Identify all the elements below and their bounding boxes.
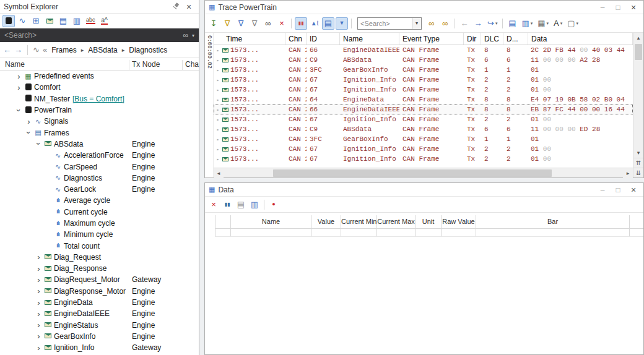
filter-add-button[interactable]: ∇ bbox=[221, 17, 233, 30]
chevron-right-icon[interactable]: › bbox=[15, 83, 23, 92]
tree-item-average-cycle[interactable]: ılıAverage cycle bbox=[0, 195, 199, 206]
column-header-time[interactable]: Time bbox=[214, 33, 285, 45]
column-header-name[interactable]: Name bbox=[231, 215, 311, 228]
breadcrumb-item-diagnostics[interactable]: Diagnostics bbox=[128, 45, 168, 55]
column-header-data-length[interactable]: D... bbox=[503, 33, 528, 45]
column-header-unit[interactable]: Unit bbox=[416, 215, 442, 228]
nav-forward-icon[interactable]: → bbox=[14, 45, 22, 54]
column-header-raw-value[interactable]: Raw Value bbox=[442, 215, 476, 228]
tree-item-carspeed[interactable]: ∿CarSpeedEngine bbox=[0, 161, 199, 172]
find-prev-button[interactable]: ∞ bbox=[439, 17, 451, 30]
find-icon[interactable]: ∞ bbox=[183, 31, 188, 40]
vertical-scrollbar[interactable]: ▴ ▾ ⇈ ⇊ bbox=[633, 33, 643, 178]
maximize-icon[interactable]: □ bbox=[612, 2, 624, 12]
chevron-right-icon[interactable]: › bbox=[25, 118, 33, 126]
tree-item-minimum-cycle[interactable]: ılıMinimum cycle bbox=[0, 229, 199, 240]
column-header-name[interactable]: Name bbox=[5, 60, 25, 69]
print-button[interactable]: ▤ bbox=[235, 199, 247, 211]
horizontal-scrollbar[interactable]: ◂ ▸ bbox=[214, 168, 633, 178]
superscript-button[interactable]: a^ bbox=[98, 15, 111, 27]
tree-item-predefined-events[interactable]: ›▦Predefined events bbox=[0, 71, 199, 82]
maximize-icon[interactable]: □ bbox=[612, 185, 624, 195]
tree-item-nm-tester[interactable]: NM_Tester[Bus = Comfort] bbox=[0, 93, 199, 105]
column-header-data[interactable]: Data bbox=[528, 33, 633, 45]
expander-icon[interactable]: ▸ bbox=[215, 48, 220, 53]
save-button[interactable]: ▥▾ bbox=[520, 17, 534, 30]
column-header-dir[interactable]: Dir bbox=[464, 33, 481, 45]
pause-button[interactable]: ▮▮ bbox=[295, 17, 307, 30]
tree-item-enginedata[interactable]: ›EngineDataEngine bbox=[0, 297, 199, 308]
paste-button[interactable]: ▥ bbox=[248, 199, 261, 211]
expander-icon[interactable]: ▸ bbox=[215, 137, 220, 142]
chevron-right-icon[interactable]: › bbox=[35, 265, 43, 273]
tree-item-total-count[interactable]: ılıTotal count bbox=[0, 240, 199, 251]
chevron-down-icon[interactable]: › bbox=[15, 106, 23, 114]
nav-back-icon[interactable]: ← bbox=[3, 45, 11, 54]
jump-up-icon[interactable]: ⇈ bbox=[633, 158, 643, 168]
expander-icon[interactable]: ▸ bbox=[215, 156, 220, 162]
column-header-dlc[interactable]: DLC bbox=[481, 33, 503, 45]
expander-icon[interactable]: ▸ bbox=[215, 97, 220, 103]
column-header-name[interactable]: Name bbox=[340, 33, 399, 45]
tree-item-absdata[interactable]: ›ABSdataEngine bbox=[0, 139, 199, 150]
column-header-event-type[interactable]: Event Type bbox=[399, 33, 464, 45]
pause-button[interactable]: ▮▮ bbox=[221, 199, 233, 211]
expander-icon[interactable]: ▸ bbox=[215, 147, 220, 152]
expander-icon[interactable]: ▸ bbox=[215, 107, 220, 113]
clear-button[interactable]: × bbox=[276, 17, 288, 30]
scroll-down-icon[interactable]: ▾ bbox=[633, 148, 643, 158]
linear-view-button[interactable]: ▤ bbox=[322, 17, 334, 30]
trace-row[interactable]: ▸1573...CAN 267Ignition_InfoCAN FrameTx2… bbox=[214, 114, 633, 124]
copy-button[interactable]: ▤ bbox=[57, 15, 69, 27]
tree-item-diag-request[interactable]: ›Diag_Request bbox=[0, 252, 199, 263]
column-header-bar[interactable]: Bar bbox=[476, 215, 630, 228]
chevron-right-icon[interactable]: › bbox=[35, 344, 43, 352]
tree-item-comfort[interactable]: ›Comfort bbox=[0, 82, 199, 93]
chevron-right-icon[interactable]: › bbox=[35, 332, 43, 340]
font-button[interactable]: A▾ bbox=[552, 17, 564, 30]
copy-button[interactable]: ▤ bbox=[506, 17, 518, 30]
scrollbar-thumb[interactable] bbox=[635, 44, 642, 60]
filter-remove-button[interactable]: ∇ bbox=[248, 17, 261, 30]
scrollbar-thumb[interactable] bbox=[273, 169, 552, 177]
tree-item-diag-response[interactable]: ›Diag_Response bbox=[0, 263, 199, 274]
multiplexer-button[interactable]: ⊞ bbox=[30, 15, 42, 27]
tree-item-enginedataieee[interactable]: ›EngineDataIEEEEngine bbox=[0, 308, 199, 319]
clear-button[interactable]: × bbox=[207, 199, 220, 211]
tree-item-gearboxinfo[interactable]: ›GearBoxInfoEngine bbox=[0, 331, 199, 342]
tree-item-diagnostics[interactable]: ∿DiagnosticsEngine bbox=[0, 173, 199, 184]
tree-item-current-cycle[interactable]: ılıCurrent cycle bbox=[0, 207, 199, 218]
trace-row[interactable]: ▸1573...CAN 2C9ABSdataCAN FrameTx6611 00… bbox=[214, 55, 633, 65]
scrollbar-track[interactable] bbox=[224, 168, 623, 178]
close-icon[interactable]: × bbox=[627, 2, 640, 12]
chevron-right-icon[interactable]: › bbox=[35, 276, 43, 284]
tree-item-powertrain[interactable]: ›PowerTrain bbox=[0, 105, 199, 116]
tree-item-signals[interactable]: ›∿Signals bbox=[0, 116, 199, 127]
scroll-right-icon[interactable]: ▸ bbox=[623, 168, 633, 178]
expander-icon[interactable]: ▸ bbox=[215, 127, 220, 132]
trace-row[interactable]: ▸1573...CAN 267Ignition_InfoCAN FrameTx2… bbox=[214, 75, 633, 85]
tree-item-gearlock[interactable]: ∿GearLockEngine bbox=[0, 184, 199, 195]
column-header-channel[interactable]: Cha bbox=[185, 60, 199, 69]
find-button[interactable]: ∞ bbox=[262, 17, 274, 30]
expander-icon[interactable]: ▸ bbox=[215, 87, 220, 93]
column-header-current-max[interactable]: Current Max bbox=[377, 215, 416, 228]
symbol-file-button[interactable] bbox=[2, 15, 15, 27]
column-separator[interactable] bbox=[129, 60, 129, 70]
trace-row[interactable]: ▸1573...CAN 266EngineDataIEEECAN FrameTx… bbox=[214, 105, 633, 114]
tree-item-diagresponse-motor[interactable]: ›DiagResponse_MotorEngine bbox=[0, 286, 199, 297]
expander-icon[interactable]: ▸ bbox=[215, 77, 220, 83]
data-empty-row[interactable] bbox=[215, 229, 643, 237]
nav-back-button[interactable]: ← bbox=[458, 17, 471, 30]
trace-search-combo[interactable]: <Search>▾ bbox=[357, 17, 422, 30]
trace-row[interactable]: ▸1573...CAN 23FCGearBoxInfoCAN FrameTx11… bbox=[214, 65, 633, 75]
paste-button[interactable]: ▥ bbox=[71, 15, 83, 27]
goto-button[interactable]: ↪▾ bbox=[485, 17, 499, 30]
tree-item-frames[interactable]: ›▤Frames bbox=[0, 127, 199, 138]
chevron-right-icon[interactable]: › bbox=[35, 287, 43, 295]
tree-item-diagrequest-motor[interactable]: ›DiagRequest_MotorGateway bbox=[0, 274, 199, 285]
breadcrumb-item-frames[interactable]: Frames bbox=[50, 45, 78, 55]
column-header-tx-node[interactable]: Tx Node bbox=[132, 60, 160, 69]
nav-forward-button[interactable]: → bbox=[472, 17, 484, 30]
collapse-all-icon[interactable]: « bbox=[43, 45, 47, 54]
